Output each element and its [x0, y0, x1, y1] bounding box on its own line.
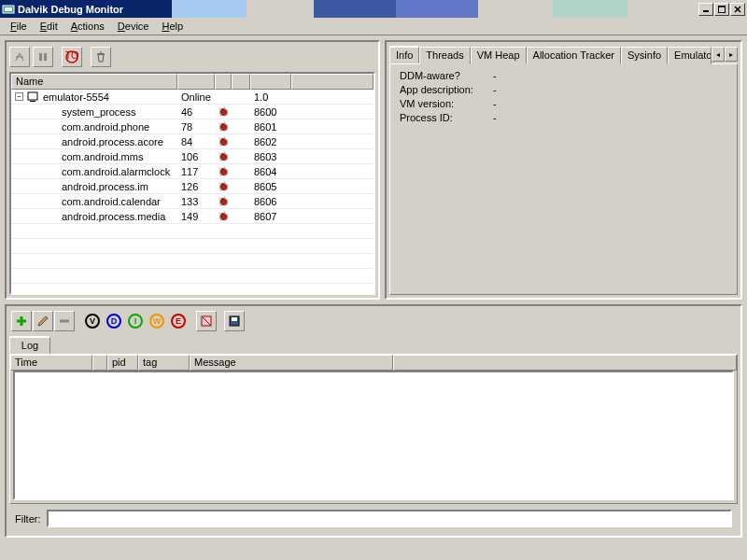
tab-allocation[interactable]: Allocation Tracker	[527, 47, 621, 64]
process-pid: 46	[177, 106, 215, 118]
edit-filter-button[interactable]	[33, 311, 53, 331]
device-status: Online	[177, 91, 215, 103]
menu-file[interactable]: File	[4, 19, 34, 34]
log-panel: V D I W E Log Time pid tag Message	[5, 304, 742, 538]
bug-icon: 🐞	[218, 121, 229, 132]
warn-level-button[interactable]: W	[147, 311, 167, 331]
appdesc-value: -	[493, 84, 497, 98]
info-panel: Info Threads VM Heap Allocation Tracker …	[385, 40, 742, 300]
col-status[interactable]	[177, 74, 215, 90]
app-icon	[2, 3, 15, 16]
process-row[interactable]: android.process.im126🐞8605	[11, 179, 374, 194]
minimize-button[interactable]	[698, 3, 713, 16]
maximize-button[interactable]	[714, 3, 729, 16]
stop-button[interactable]: STOP	[62, 47, 82, 67]
process-pid: 84	[177, 136, 215, 147]
close-button[interactable]	[730, 3, 745, 16]
export-log-button[interactable]	[224, 311, 245, 331]
process-name: com.android.alarmclock	[62, 166, 170, 177]
add-filter-button[interactable]	[11, 311, 32, 331]
process-row[interactable]: com.android.mms106🐞8603	[11, 149, 374, 164]
log-col-level[interactable]	[92, 355, 107, 371]
process-port: 8605	[250, 181, 291, 192]
process-row[interactable]: android.process.media149🐞8607	[11, 209, 374, 224]
log-tab[interactable]: Log	[9, 336, 50, 354]
menu-device[interactable]: Device	[111, 19, 156, 34]
bug-icon: 🐞	[218, 106, 229, 117]
log-col-message[interactable]: Message	[190, 355, 393, 371]
bug-icon: 🐞	[218, 166, 229, 176]
info-level-button[interactable]: I	[125, 311, 146, 331]
debug-level-button[interactable]: D	[104, 311, 124, 331]
bug-icon: 🐞	[218, 196, 229, 206]
vmver-label: VM version:	[400, 98, 493, 112]
process-pid: 106	[177, 151, 215, 162]
col-bug[interactable]	[215, 74, 232, 90]
log-body[interactable]	[13, 371, 734, 500]
process-pid: 126	[177, 181, 215, 192]
log-col-pid[interactable]: pid	[107, 355, 138, 371]
bug-icon: 🐞	[218, 181, 229, 191]
svg-rect-8	[44, 53, 47, 61]
gc-button[interactable]	[91, 47, 111, 67]
col-name[interactable]: Name	[11, 74, 177, 90]
process-port: 8602	[250, 136, 291, 147]
window-title: Dalvik Debug Monitor	[18, 4, 698, 15]
svg-rect-1	[5, 7, 12, 11]
col-blank[interactable]	[232, 74, 250, 90]
svg-rect-13	[28, 92, 37, 100]
process-row[interactable]: com.android.calendar133🐞8606	[11, 194, 374, 209]
error-level-button[interactable]: E	[168, 311, 189, 331]
tab-scroll-left[interactable]: ◂	[712, 47, 725, 62]
heap-button[interactable]	[33, 47, 53, 67]
tab-scroll-right[interactable]: ▸	[725, 47, 738, 62]
process-table: Name −emulator-5554Online1.0system_proce…	[9, 72, 375, 295]
process-row[interactable]: system_process46🐞8600	[11, 105, 374, 119]
title-bar: Dalvik Debug Monitor	[0, 0, 747, 18]
filter-label: Filter:	[15, 513, 41, 525]
svg-rect-7	[39, 53, 42, 61]
log-toolbar: V D I W E	[9, 309, 738, 333]
device-version: 1.0	[250, 91, 291, 103]
devices-panel: STOP Name −emulator-5554Online1.0system_…	[5, 40, 380, 300]
tab-sysinfo[interactable]: Sysinfo	[621, 47, 668, 64]
svg-text:STOP: STOP	[65, 50, 78, 61]
appdesc-label: App description:	[400, 84, 493, 98]
tab-threads[interactable]: Threads	[419, 47, 470, 64]
device-row[interactable]: −emulator-5554Online1.0	[11, 90, 374, 105]
device-icon	[27, 91, 40, 103]
ddm-value: -	[493, 70, 497, 84]
process-port: 8604	[250, 166, 291, 177]
process-name: com.android.mms	[62, 151, 143, 162]
process-row[interactable]: android.process.acore84🐞8602	[11, 134, 374, 149]
process-row[interactable]: com.android.alarmclock117🐞8604	[11, 164, 374, 179]
tab-vmheap[interactable]: VM Heap	[471, 47, 527, 64]
pid-label: Process ID:	[400, 112, 493, 126]
col-rest[interactable]	[291, 74, 374, 90]
log-table-container: Time pid tag Message	[9, 354, 738, 504]
info-tabs: Info Threads VM Heap Allocation Tracker …	[389, 45, 738, 63]
tab-emulator[interactable]: Emulator Con	[668, 47, 712, 64]
clear-log-button[interactable]	[196, 311, 217, 331]
process-pid: 133	[177, 196, 215, 207]
tree-collapse-icon[interactable]: −	[15, 92, 23, 101]
debug-button[interactable]	[9, 47, 30, 67]
col-port[interactable]	[250, 74, 291, 90]
tab-info[interactable]: Info	[389, 46, 419, 63]
svg-rect-21	[232, 317, 237, 321]
delete-filter-button[interactable]	[54, 311, 75, 331]
verbose-level-button[interactable]: V	[82, 311, 103, 331]
filter-input[interactable]	[47, 510, 733, 527]
menu-edit[interactable]: Edit	[34, 19, 64, 34]
devices-toolbar: STOP	[9, 45, 375, 69]
log-col-time[interactable]: Time	[10, 355, 92, 371]
menu-actions[interactable]: Actions	[64, 19, 111, 34]
menu-help[interactable]: Help	[155, 19, 190, 34]
process-name: com.android.calendar	[62, 196, 161, 207]
log-col-tag[interactable]: tag	[138, 355, 190, 371]
log-col-rest[interactable]	[393, 355, 737, 371]
process-name: android.process.im	[62, 181, 148, 192]
process-port: 8603	[250, 151, 291, 162]
vmver-value: -	[493, 98, 497, 112]
process-row[interactable]: com.android.phone78🐞8601	[11, 119, 374, 134]
